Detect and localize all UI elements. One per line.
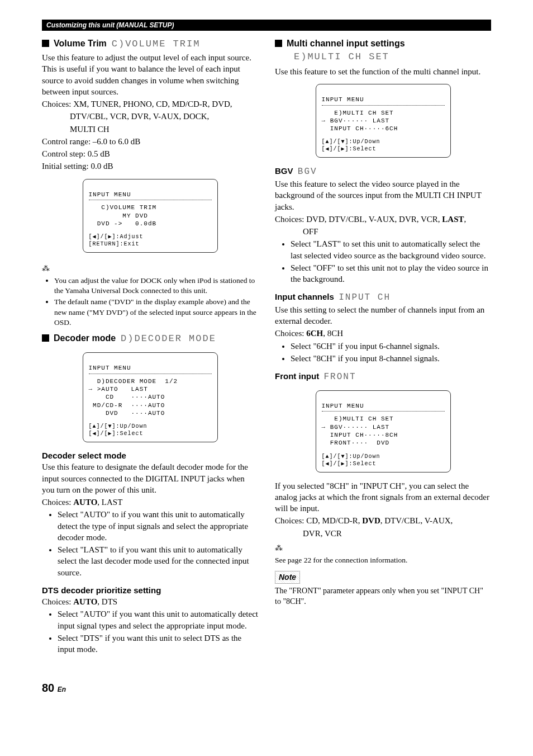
inputch-desc: Use this setting to select the number of…: [275, 304, 491, 327]
decoder-select-title: Decoder select mode: [42, 450, 258, 461]
list-item: Select "AUTO" to if you want this unit t…: [58, 509, 258, 543]
volume-trim-init: Initial setting: 0.0 dB: [42, 160, 258, 172]
tip-item: The default name ("DVD" in the display e…: [54, 297, 258, 328]
decoder-mode-osd-panel: INPUT MENU D)DECODER MODE 1/2 → >AUTO LA…: [83, 352, 218, 442]
square-bullet-icon: [42, 334, 49, 342]
front-osd: FRONT: [323, 372, 356, 382]
panel-line: C)VOLUME TRIM: [89, 204, 157, 211]
panel-title: INPUT MENU: [89, 364, 212, 374]
panel-line: MD/CD-R ····AUTO: [89, 402, 165, 409]
left-column: Volume Trim C)VOLUME TRIM Use this featu…: [42, 35, 258, 658]
tip-item: You can adjust the value for DOCK only w…: [54, 276, 258, 296]
decoder-mode-heading: Decoder mode D)DECODER MODE: [42, 332, 258, 346]
panel-line: INPUT CH·····8CH: [322, 432, 398, 438]
panel-nav: [◀]/[▶]:Select: [322, 461, 377, 467]
panel-line: DVD ····AUTO: [89, 410, 165, 417]
choices-pre: Choices: CD, MD/CD-R,: [275, 516, 362, 525]
panel-nav: [▲]/[▼]:Up/Down: [322, 139, 380, 145]
decoder-select-choices: Choices: AUTO, LAST: [42, 497, 258, 508]
inputch-osd: INPUT CH: [339, 292, 391, 303]
section-header-bar: Customizing this unit (MANUAL SETUP): [42, 20, 491, 31]
dts-title: DTS decoder prioritize setting: [42, 585, 258, 596]
bgv-heading: BGV BGV: [275, 166, 491, 178]
list-item: Select "LAST" to set this unit to automa…: [291, 238, 491, 261]
panel-line: → >AUTO LAST: [89, 386, 148, 393]
two-column-layout: Volume Trim C)VOLUME TRIM Use this featu…: [42, 35, 491, 658]
front-note: The "FRONT" parameter appears only when …: [275, 586, 491, 607]
bgv-choices2: OFF: [303, 226, 491, 237]
panel-title: INPUT MENU: [322, 96, 445, 105]
front-title: Front input: [275, 371, 319, 381]
choices-bold: LAST: [442, 215, 464, 224]
volume-trim-tips: You can adjust the value for DOCK only w…: [42, 276, 258, 328]
choices-pre: Choices:: [42, 597, 73, 606]
panel-title: INPUT MENU: [89, 191, 212, 200]
volume-trim-step: Control step: 0.5 dB: [42, 148, 258, 159]
choices-pre: Choices: DVD, DTV/CBL, V-AUX, DVR, VCR,: [275, 215, 442, 224]
multich-title: Multi channel input settings: [287, 39, 405, 48]
dts-bullets: Select "AUTO" if you want this unit to a…: [42, 608, 258, 655]
panel-nav: [▲]/[▼]:Up/Down: [89, 423, 147, 429]
page-number: 80 En: [42, 681, 491, 696]
volume-trim-choices3: MULTI CH: [70, 124, 258, 135]
multich-desc: Use this feature to set the function of …: [275, 66, 491, 77]
volume-trim-choices2: DTV/CBL, VCR, DVR, V-AUX, DOCK,: [70, 111, 258, 122]
panel-line: D)DECODER MODE 1/2: [89, 378, 178, 385]
page-number-suffix: En: [58, 686, 66, 693]
panel-nav: [▲]/[▼]:Up/Down: [322, 453, 380, 460]
panel-line: → BGV······ LAST: [322, 117, 390, 124]
multich-osd-panel: INPUT MENU E)MULTI CH SET → BGV······ LA…: [316, 84, 451, 158]
bgv-osd: BGV: [298, 167, 317, 177]
choices-bold: 6CH: [306, 329, 323, 338]
list-item: Select "8CH" if you input 8-channel sign…: [291, 353, 491, 364]
list-item: Select "OFF" to set this unit not to pla…: [291, 262, 491, 285]
inputch-bullets: Select "6CH" if you input 6-channel sign…: [275, 341, 491, 365]
dts-choices: Choices: AUTO, DTS: [42, 596, 258, 607]
multich-osd: E)MULTI CH SET: [294, 51, 491, 64]
right-column: Multi channel input settings E)MULTI CH …: [275, 35, 491, 658]
choices-bold: DVD: [362, 516, 380, 525]
list-item: Select "LAST" to if you want this unit t…: [58, 544, 258, 578]
decoder-select-bullets: Select "AUTO" to if you want this unit t…: [42, 509, 258, 578]
square-bullet-icon: [275, 40, 282, 47]
volume-trim-desc: Use this feature to adjust the output le…: [42, 52, 258, 97]
choices-post: , DTS: [97, 597, 117, 606]
front-desc: If you selected "8CH" in "INPUT CH", you…: [275, 480, 491, 514]
panel-line: INPUT CH·····6CH: [322, 125, 398, 132]
panel-line: DVD -> 0.0dB: [89, 220, 157, 227]
choices-post: , 8CH: [323, 329, 343, 338]
volume-trim-osd-panel: INPUT MENU C)VOLUME TRIM MY DVD DVD -> 0…: [83, 179, 218, 253]
panel-nav: [◀]/[▶]:Adjust: [89, 234, 144, 240]
bgv-choices: Choices: DVD, DTV/CBL, V-AUX, DVR, VCR, …: [275, 214, 491, 225]
panel-title: INPUT MENU: [322, 402, 445, 412]
front-osd-panel: INPUT MENU E)MULTI CH SET → BGV······ LA…: [316, 390, 451, 472]
decoder-mode-osd: D)DECODER MODE: [121, 333, 216, 344]
choices-pre: Choices:: [275, 329, 306, 338]
choices-post: , DTV/CBL, V-AUX,: [380, 516, 453, 525]
front-heading: Front input FRONT: [275, 371, 491, 384]
tip-icon: ⁂: [42, 264, 50, 275]
panel-nav: [RETURN]:Exit: [89, 241, 140, 247]
multich-heading: Multi channel input settings: [275, 37, 491, 50]
front-choices2: DVR, VCR: [303, 528, 491, 539]
tip-icon: ⁂: [275, 544, 283, 554]
panel-line: E)MULTI CH SET: [322, 415, 394, 422]
choices-bold: AUTO: [73, 597, 97, 606]
choices-bold: AUTO: [73, 498, 97, 507]
volume-trim-choices1: Choices: XM, TUNER, PHONO, CD, MD/CD-R, …: [42, 98, 258, 110]
decoder-select-desc: Use this feature to designate the defaul…: [42, 461, 258, 495]
bgv-bullets: Select "LAST" to set this unit to automa…: [275, 238, 491, 285]
inputch-title: Input channels: [275, 292, 334, 301]
panel-line: → BGV······ LAST: [322, 424, 390, 431]
square-bullet-icon: [42, 40, 49, 47]
choices-post: , LAST: [97, 498, 122, 507]
page-number-value: 80: [42, 682, 54, 694]
bgv-desc: Use this feature to select the video sou…: [275, 178, 491, 212]
panel-nav: [◀]/[▶]:Select: [89, 431, 144, 437]
panel-nav: [◀]/[▶]:Select: [322, 146, 377, 152]
volume-trim-osd: C)VOLUME TRIM: [112, 39, 201, 49]
panel-line: CD ····AUTO: [89, 394, 165, 400]
inputch-heading: Input channels INPUT CH: [275, 291, 491, 304]
panel-line: FRONT···· DVD: [322, 440, 390, 446]
volume-trim-title: Volume Trim: [54, 39, 107, 48]
